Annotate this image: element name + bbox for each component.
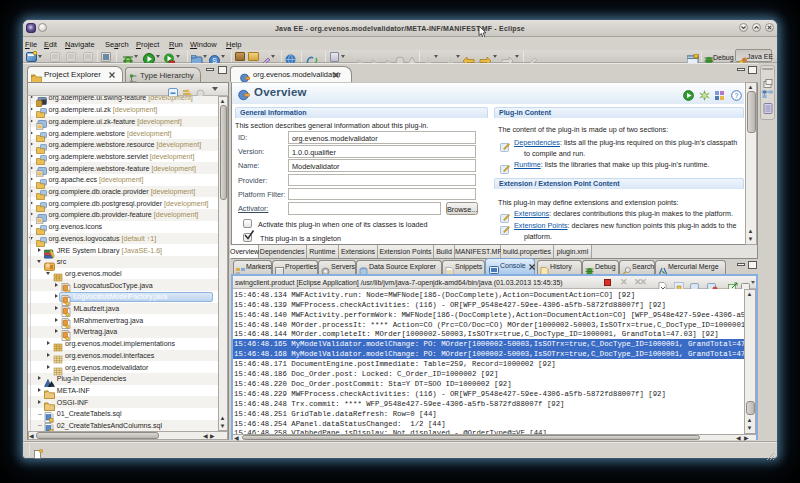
svg-text:?: ? [735, 92, 739, 99]
